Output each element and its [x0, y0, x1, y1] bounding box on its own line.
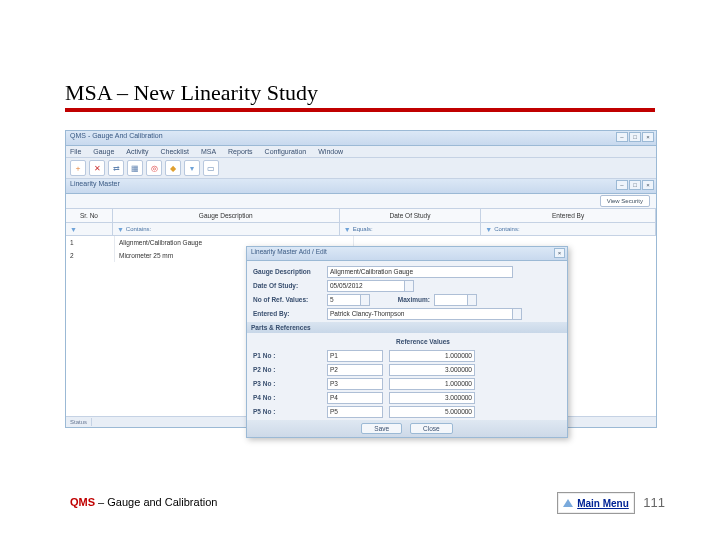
filter-description[interactable]: ▼Contains:	[113, 223, 340, 235]
menu-reports[interactable]: Reports	[228, 148, 253, 155]
x-icon[interactable]: ✕	[89, 160, 105, 176]
filter-srno[interactable]: ▼	[66, 223, 113, 235]
title-divider	[65, 108, 655, 112]
gauge-description-input[interactable]: Alignment/Calibration Gauge	[327, 266, 513, 278]
calendar-icon[interactable]: ▭	[203, 160, 219, 176]
label-p3: P3 No :	[253, 380, 327, 387]
menu-gauge[interactable]: Gauge	[93, 148, 114, 155]
child-window-controls: – □ ×	[616, 180, 654, 190]
child-toolbar: View Security	[66, 194, 656, 209]
filter-contains-label: Contains:	[126, 226, 151, 232]
p5-ref-input[interactable]: 5.000000	[389, 406, 475, 418]
p4-ref-input[interactable]: 3.000000	[389, 392, 475, 404]
p1-ref-input[interactable]: 1.000000	[389, 350, 475, 362]
filter-equals-label: Equals:	[353, 226, 373, 232]
child-window-title: Linearity Master	[70, 180, 120, 187]
dialog-title: Linearity Master Add / Edit	[251, 248, 327, 255]
label-entered-by: Entered By:	[253, 310, 327, 317]
menu-file[interactable]: File	[70, 148, 81, 155]
date-picker-button[interactable]	[405, 280, 414, 292]
home-icon	[563, 499, 573, 507]
child-minimize-button[interactable]: –	[616, 180, 628, 190]
child-close-button[interactable]: ×	[642, 180, 654, 190]
arrows-icon[interactable]: ⇄	[108, 160, 124, 176]
grid-body: 1 Alignment/Calibration Gauge 2 Micromet…	[66, 236, 656, 416]
close-button[interactable]: ×	[642, 132, 654, 142]
page-number: 111	[643, 495, 665, 510]
column-header-description[interactable]: Gauge Description	[113, 209, 340, 223]
label-p2: P2 No :	[253, 366, 327, 373]
footer-product: QMS	[70, 496, 95, 508]
funnel-icon: ▼	[70, 226, 77, 233]
main-menu-label: Main Menu	[577, 498, 629, 509]
funnel-icon[interactable]: ▾	[184, 160, 200, 176]
funnel-icon: ▼	[344, 226, 351, 233]
toolbar: ＋ ✕ ⇄ ▦ ◎ ◆ ▾ ▭	[66, 158, 656, 179]
menu-msa[interactable]: MSA	[201, 148, 216, 155]
maximum-spinner[interactable]	[468, 294, 477, 306]
noof-ref-input[interactable]: 5	[327, 294, 361, 306]
funnel-icon: ▼	[117, 226, 124, 233]
p5-name-input[interactable]: P5	[327, 406, 383, 418]
grid-filter-row: ▼ ▼Contains: ▼Equals: ▼Contains:	[66, 223, 656, 236]
column-header-enteredby[interactable]: Entered By	[481, 209, 656, 223]
menu-window[interactable]: Window	[318, 148, 343, 155]
filter-contains-label: Contains:	[494, 226, 519, 232]
plus-icon[interactable]: ＋	[70, 160, 86, 176]
close-button[interactable]: Close	[410, 423, 453, 434]
maximum-input[interactable]	[434, 294, 468, 306]
view-security-button[interactable]: View Security	[600, 195, 650, 207]
p4-name-input[interactable]: P4	[327, 392, 383, 404]
slide-title: MSA – New Linearity Study	[65, 80, 318, 106]
label-date-of-study: Date Of Study:	[253, 282, 327, 289]
label-p4: P4 No :	[253, 394, 327, 401]
chevron-down-icon[interactable]	[513, 308, 522, 320]
dialog-body: Gauge Description Alignment/Calibration …	[247, 261, 567, 437]
dialog-button-bar: Save Close	[247, 420, 567, 437]
column-header-srno[interactable]: Sr. No	[66, 209, 113, 223]
funnel-icon: ▼	[485, 226, 492, 233]
save-button[interactable]: Save	[361, 423, 402, 434]
date-of-study-input[interactable]: 05/05/2012	[327, 280, 405, 292]
label-p1: P1 No :	[253, 352, 327, 359]
shield-icon[interactable]: ◆	[165, 160, 181, 176]
slide-footer: QMS – Gauge and Calibration	[70, 496, 217, 508]
main-menu-button[interactable]: Main Menu	[557, 492, 635, 514]
app-title-text: QMS - Gauge And Calibration	[70, 132, 163, 139]
child-window-titlebar: Linearity Master – □ ×	[66, 179, 656, 194]
footer-module: – Gauge and Calibration	[95, 496, 217, 508]
menu-configuration[interactable]: Configuration	[265, 148, 307, 155]
dialog-titlebar: Linearity Master Add / Edit ×	[247, 247, 567, 261]
maximize-button[interactable]: □	[629, 132, 641, 142]
menu-checklist[interactable]: Checklist	[160, 148, 188, 155]
minimize-button[interactable]: –	[616, 132, 628, 142]
linearity-master-dialog: Linearity Master Add / Edit × Gauge Desc…	[246, 246, 568, 438]
p3-ref-input[interactable]: 1.000000	[389, 378, 475, 390]
p2-ref-input[interactable]: 3.000000	[389, 364, 475, 376]
noof-ref-spinner[interactable]	[361, 294, 370, 306]
p3-name-input[interactable]: P3	[327, 378, 383, 390]
application-window: QMS - Gauge And Calibration – □ × File G…	[65, 130, 657, 428]
grid-header-row: Sr. No Gauge Description Date Of Study E…	[66, 209, 656, 223]
label-maximum: Maximum:	[370, 296, 434, 303]
filter-enteredby[interactable]: ▼Contains:	[481, 223, 656, 235]
label-gauge-description: Gauge Description	[253, 268, 327, 275]
filter-date[interactable]: ▼Equals:	[340, 223, 482, 235]
target-icon[interactable]: ◎	[146, 160, 162, 176]
column-header-date[interactable]: Date Of Study	[340, 209, 482, 223]
p1-name-input[interactable]: P1	[327, 350, 383, 362]
label-p5: P5 No :	[253, 408, 327, 415]
p2-name-input[interactable]: P2	[327, 364, 383, 376]
cell-srno: 1	[66, 236, 115, 249]
window-controls: – □ ×	[616, 132, 654, 142]
label-noof-ref: No of Ref. Values:	[253, 296, 327, 303]
parts-references-header: Parts & References	[247, 322, 567, 333]
cell-srno: 2	[66, 249, 115, 262]
menu-activity[interactable]: Activity	[126, 148, 148, 155]
reference-values-header: Reference Values	[383, 338, 463, 345]
child-maximize-button[interactable]: □	[629, 180, 641, 190]
grid-icon[interactable]: ▦	[127, 160, 143, 176]
entered-by-dropdown[interactable]: Patrick Clancy-Thompson	[327, 308, 513, 320]
status-text: Status	[66, 418, 92, 426]
close-icon[interactable]: ×	[554, 248, 565, 258]
